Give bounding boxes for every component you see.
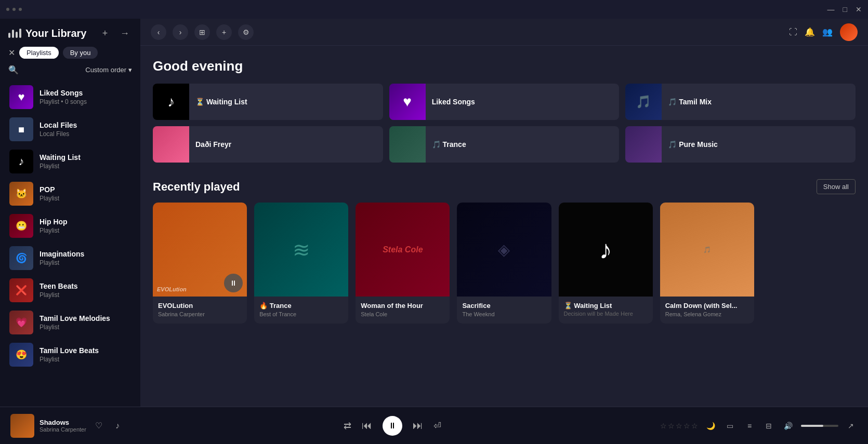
teen-beats-thumb: ❌ (9, 278, 33, 302)
recently-played-title: Recently played (153, 180, 240, 194)
quick-card-trance[interactable]: 🎵 Trance (389, 126, 620, 163)
sidebar-item-local-files-sub: Local Files (40, 130, 131, 138)
tamil-love-melodies-thumb: 💗 (9, 311, 33, 334)
settings-button[interactable]: ⚙ (238, 24, 254, 40)
window-controls: — □ ✕ (827, 5, 862, 14)
recent-card-calm-down[interactable]: 🎵 Calm Down (with Sel... Rema, Selena Go… (660, 203, 754, 324)
moon-button[interactable]: 🌙 (704, 419, 717, 433)
devices-button[interactable]: ⊟ (762, 419, 775, 433)
quick-card-tamil-mix[interactable]: 🎵 🎵 Tamil Mix (625, 84, 856, 120)
pause-button[interactable]: ⏸ (383, 416, 402, 436)
tamil-love-beats-thumb: 😍 (9, 343, 33, 367)
calm-down-sub: Rema, Selena Gomez (665, 311, 749, 317)
quick-card-liked-thumb: ♥ (389, 84, 426, 120)
back-button[interactable]: ‹ (151, 24, 166, 40)
sidebar-item-pop-label: POP (40, 185, 131, 194)
minimize-button[interactable]: — (827, 5, 835, 14)
sidebar-item-tamil-love-beats-sub: Playlist (40, 356, 131, 363)
next-button[interactable]: ⏭ (413, 420, 423, 432)
sidebar-item-waiting-list-sub: Playlist (40, 163, 131, 170)
filter-by-chip[interactable]: By you (63, 47, 98, 59)
sidebar-item-liked-songs[interactable]: ♥ Liked Songs Playlist • 0 songs (4, 81, 136, 113)
now-playing-title: Shadows (40, 419, 86, 426)
repeat-button[interactable]: ⏎ (433, 420, 441, 432)
filter-close-button[interactable]: ✕ (8, 48, 15, 58)
sidebar-item-local-files[interactable]: ■ Local Files Local Files (4, 113, 136, 145)
chevron-down-icon: ▾ (128, 66, 132, 74)
search-icon[interactable]: 🔍 (8, 65, 19, 75)
woman-sub: Stela Cole (361, 311, 444, 317)
window-view-button[interactable]: ⊞ (194, 24, 210, 40)
title-dots (6, 8, 22, 11)
library-icon (8, 29, 21, 38)
now-playing-thumb (10, 414, 34, 438)
filter-playlists-chip[interactable]: Playlists (19, 47, 59, 59)
show-all-button[interactable]: Show all (817, 179, 856, 194)
user-avatar[interactable] (840, 23, 858, 41)
recent-card-waiting-list[interactable]: ♪ ⏳ Waiting List Decision will be Made H… (559, 203, 653, 324)
trance-sub: Best of Trance (259, 311, 343, 317)
sidebar-item-pop[interactable]: 🐱 POP Playlist (4, 178, 136, 210)
woman-thumb: Stela Cole (356, 203, 450, 297)
sidebar-item-tamil-love-melodies[interactable]: 💗 Tamil Love Melodies Playlist (4, 306, 136, 339)
forward-button[interactable]: › (173, 24, 188, 40)
player-controls: ⇄ ⏮ ⏸ ⏭ ⏎ (131, 416, 654, 436)
sidebar-search-row: 🔍 Custom order ▾ (0, 63, 140, 79)
recent-card-evolution[interactable]: EVOLution ⏸ EVOLution Sabrina Carpenter (153, 203, 247, 324)
recent-card-sacrifice[interactable]: ◈ Sacrifice The Weeknd (457, 203, 551, 324)
bell-button[interactable]: 🔔 (805, 27, 815, 37)
lyrics-button[interactable]: ≡ (743, 419, 756, 433)
quick-card-pure-music[interactable]: 🎵 Pure Music (625, 126, 856, 163)
waiting-list-recent-thumb: ♪ (559, 203, 653, 297)
trance-name: 🔥 Trance (259, 302, 343, 310)
imaginations-thumb: 🌀 (9, 246, 33, 270)
fullscreen-button[interactable]: ⛶ (789, 28, 797, 37)
close-button[interactable]: ✕ (856, 5, 862, 14)
sidebar-filters: ✕ Playlists By you (0, 45, 140, 63)
sidebar-item-waiting-list-label: Waiting List (40, 153, 131, 162)
player-buttons: ⇄ ⏮ ⏸ ⏭ ⏎ (344, 416, 441, 436)
prev-button[interactable]: ⏮ (362, 420, 372, 432)
quick-card-dadi-name: Daði Freyr (195, 140, 231, 149)
expand-player-button[interactable]: ↗ (845, 419, 858, 433)
sidebar-item-hip-hop[interactable]: 😬 Hip Hop Playlist (4, 210, 136, 242)
recent-card-trance[interactable]: ≋ 🔥 Trance Best of Trance (254, 203, 348, 324)
now-playing-artist: Sabrina Carpenter (40, 426, 86, 433)
sacrifice-sub: The Weeknd (462, 311, 546, 317)
heart-button[interactable]: ♡ (91, 419, 106, 433)
sidebar-item-tamil-love-beats[interactable]: 😍 Tamil Love Beats Playlist (4, 339, 136, 371)
sidebar-item-tamil-love-melodies-sub: Playlist (40, 324, 131, 331)
pop-thumb: 🐱 (9, 182, 33, 206)
sidebar-item-pop-sub: Playlist (40, 195, 131, 202)
volume-button[interactable]: 🔊 (782, 419, 795, 433)
rating-stars: ☆ ☆ ☆ ☆ ☆ (660, 422, 698, 430)
dot-2 (12, 8, 16, 11)
sidebar-item-hip-hop-sub: Playlist (40, 227, 131, 234)
add-library-button[interactable]: + (98, 26, 112, 41)
sacrifice-thumb: ◈ (457, 203, 551, 297)
waiting-list-recent-name: ⏳ Waiting List (564, 302, 648, 310)
quick-card-liked-name: Liked Songs (432, 98, 475, 106)
volume-slider[interactable] (801, 425, 838, 427)
queue-button[interactable]: ▭ (724, 419, 737, 433)
waiting-list-thumb: ♪ (9, 150, 33, 173)
sacrifice-name: Sacrifice (462, 302, 546, 310)
quick-card-waiting-list[interactable]: ♪ ⏳ Waiting List (153, 84, 383, 120)
now-playing: Shadows Sabrina Carpenter ♡ ♪ (10, 414, 125, 438)
sidebar-item-imaginations-sub: Playlist (40, 259, 131, 266)
quick-card-tamil-name: 🎵 Tamil Mix (668, 98, 712, 106)
add-queue-button[interactable]: ♪ (110, 419, 125, 433)
shuffle-button[interactable]: ⇄ (344, 420, 351, 432)
sidebar-item-teen-beats[interactable]: ❌ Teen Beats Playlist (4, 274, 136, 306)
recent-card-woman-of-hour[interactable]: Stela Cole Woman of the Hour Stela Cole (356, 203, 450, 324)
add-button[interactable]: + (216, 24, 232, 40)
maximize-button[interactable]: □ (843, 5, 847, 14)
friends-button[interactable]: 👥 (822, 27, 833, 37)
custom-order-button[interactable]: Custom order ▾ (85, 66, 132, 74)
expand-library-button[interactable]: → (117, 26, 132, 41)
quick-card-liked-songs[interactable]: ♥ Liked Songs (389, 84, 620, 120)
sidebar-item-imaginations[interactable]: 🌀 Imaginations Playlist (4, 242, 136, 274)
sidebar-item-waiting-list[interactable]: ♪ Waiting List Playlist (4, 145, 136, 178)
evolution-sub: Sabrina Carpenter (158, 311, 242, 317)
quick-card-dadi-freyr[interactable]: Daði Freyr (153, 126, 383, 163)
